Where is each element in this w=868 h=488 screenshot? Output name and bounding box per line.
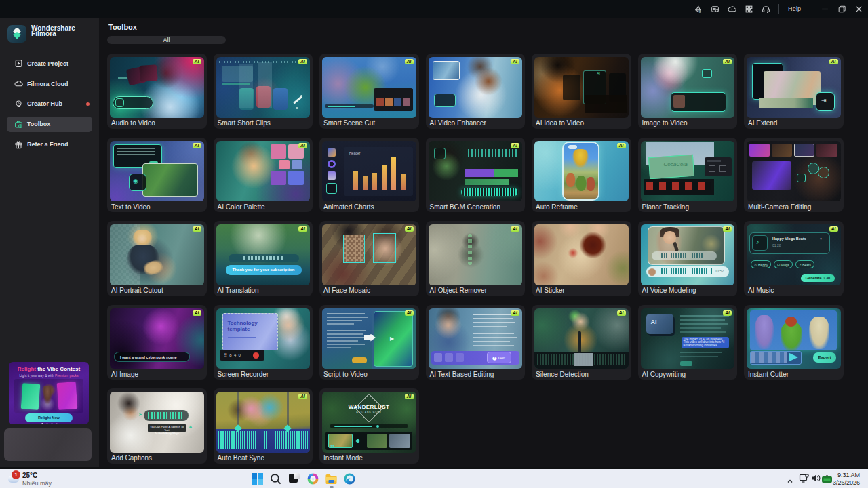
svg-text:8: 8: [699, 10, 701, 14]
